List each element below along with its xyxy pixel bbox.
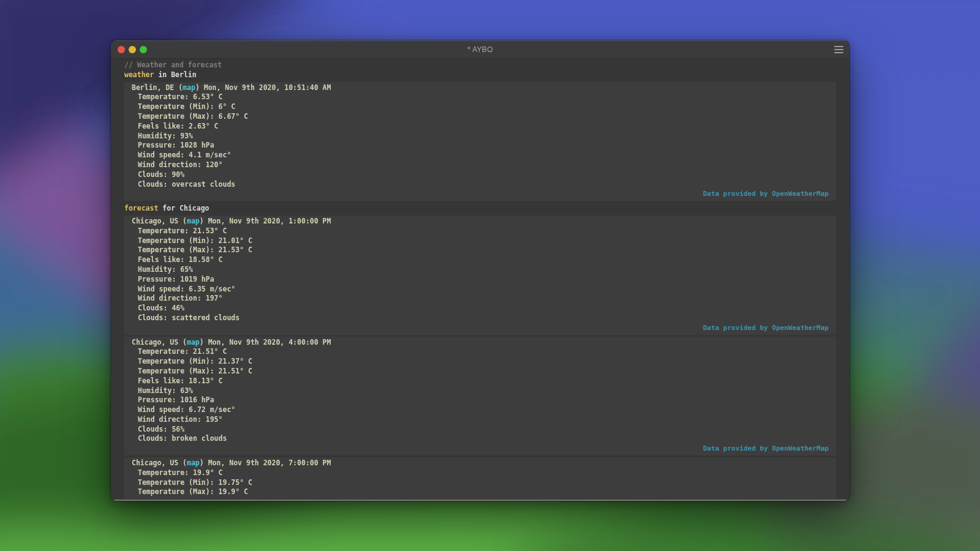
weather-detail-line: Humidity: 65% — [130, 265, 830, 275]
map-link[interactable]: map — [183, 83, 195, 92]
hamburger-menu-icon[interactable] — [834, 46, 843, 53]
location-label: Berlin, DE ( — [132, 83, 183, 92]
command-args: for Chicago — [158, 204, 209, 212]
weather-result-slot: Berlin, DE (map) Mon, Nov 9th 2020, 10:5… — [121, 82, 840, 201]
result-header: Chicago, US (map) Mon, Nov 9th 2020, 4:0… — [130, 338, 830, 348]
weather-details: Temperature: 21.51° CTemperature (Min): … — [130, 347, 830, 444]
result-header: Chicago, US (map) Mon, Nov 9th 2020, 1:0… — [130, 217, 830, 227]
weather-detail-line: Humidity: 93% — [130, 132, 830, 141]
location-label: Chicago, US ( — [132, 338, 187, 347]
datetime-label: ) Mon, Nov 9th 2020, 1:00:00 PM — [200, 217, 331, 225]
command-line-weather: weather in Berlin — [121, 70, 840, 80]
weather-detail-line: Wind speed: 4.1 m/sec° — [130, 151, 830, 160]
weather-detail-line: Pressure: 1028 hPa — [130, 141, 830, 151]
weather-detail-line: Wind speed: 6.35 m/sec° — [130, 285, 830, 294]
weather-detail-line: Pressure: 1016 hPa — [130, 395, 830, 405]
weather-result-block: Chicago, US (map) Mon, Nov 9th 2020, 4:0… — [124, 337, 836, 456]
weather-detail-line: Temperature (Min): 21.37° C — [130, 357, 830, 367]
window-titlebar: * AYBO — [111, 40, 850, 59]
weather-details: Temperature: 19.9° CTemperature (Min): 1… — [130, 468, 830, 497]
map-link[interactable]: map — [187, 459, 200, 467]
weather-detail-line: Temperature: 21.53° C — [130, 227, 830, 236]
weather-details: Temperature: 6.53° CTemperature (Min): 6… — [130, 92, 830, 189]
weather-result-block: Chicago, US (map) Mon, Nov 9th 2020, 7:0… — [124, 457, 836, 499]
weather-detail-line: Feels like: 18.58° C — [130, 255, 830, 265]
weather-detail-line: Temperature (Max): 6.67° C — [130, 112, 830, 122]
close-button[interactable] — [118, 46, 125, 53]
command-args: in Berlin — [154, 70, 196, 79]
comment-line: // Weather and forecast — [121, 61, 840, 70]
result-header: Chicago, US (map) Mon, Nov 9th 2020, 7:0… — [130, 459, 830, 468]
window-title: * AYBO — [111, 45, 850, 54]
result-header: Berlin, DE (map) Mon, Nov 9th 2020, 10:5… — [130, 83, 830, 93]
weather-detail-line: Temperature (Min): 19.75° C — [130, 478, 830, 488]
map-link[interactable]: map — [187, 217, 200, 225]
weather-detail-line: Temperature (Min): 21.01° C — [130, 236, 830, 246]
location-label: Chicago, US ( — [132, 459, 187, 467]
command-line-forecast: forecast for Chicago — [121, 204, 840, 214]
weather-detail-line: Feels like: 18.13° C — [130, 377, 830, 386]
weather-result-block: Berlin, DE (map) Mon, Nov 9th 2020, 10:5… — [124, 82, 836, 201]
datetime-label: ) Mon, Nov 9th 2020, 10:51:40 AM — [195, 83, 331, 92]
weather-detail-line: Temperature (Max): 19.9° C — [130, 487, 830, 497]
provider-credit: Data provided by OpenWeatherMap — [130, 444, 830, 454]
weather-detail-line: Wind direction: 120° — [130, 160, 830, 170]
weather-detail-line: Clouds: overcast clouds — [130, 180, 830, 190]
weather-detail-line: Humidity: 63% — [130, 386, 830, 396]
command-keyword: weather — [124, 70, 154, 79]
minimize-button[interactable] — [129, 46, 136, 53]
weather-detail-line: Feels like: 2.63° C — [130, 122, 830, 132]
weather-detail-line: Temperature: 21.51° C — [130, 347, 830, 357]
weather-result-block: Chicago, US (map) Mon, Nov 9th 2020, 1:0… — [124, 216, 836, 335]
weather-detail-line: Clouds: scattered clouds — [130, 313, 830, 323]
weather-detail-line: Clouds: 56% — [130, 425, 830, 435]
weather-detail-line: Temperature: 19.9° C — [130, 468, 830, 478]
map-link[interactable]: map — [187, 338, 200, 347]
weather-detail-line: Pressure: 1019 hPa — [130, 275, 830, 285]
datetime-label: ) Mon, Nov 9th 2020, 4:00:00 PM — [200, 338, 331, 347]
aybo-app-window: * AYBO // Weather and forecast weather i… — [111, 40, 850, 501]
weather-detail-line: Temperature: 6.53° C — [130, 92, 830, 102]
zoom-button[interactable] — [140, 46, 147, 53]
location-label: Chicago, US ( — [132, 217, 187, 225]
weather-details: Temperature: 21.53° CTemperature (Min): … — [130, 227, 830, 323]
provider-credit: Data provided by OpenWeatherMap — [130, 323, 830, 333]
weather-detail-line: Temperature (Max): 21.53° C — [130, 246, 830, 255]
window-controls — [111, 46, 147, 53]
weather-detail-line: Wind direction: 195° — [130, 415, 830, 425]
weather-detail-line: Temperature (Max): 21.51° C — [130, 367, 830, 377]
datetime-label: ) Mon, Nov 9th 2020, 7:00:00 PM — [200, 459, 331, 467]
weather-detail-line: Wind speed: 6.72 m/sec° — [130, 405, 830, 415]
weather-detail-line: Temperature (Min): 6° C — [130, 102, 830, 112]
weather-detail-line: Wind direction: 197° — [130, 294, 830, 304]
weather-detail-line: Clouds: 46% — [130, 304, 830, 313]
provider-credit: Data provided by OpenWeatherMap — [130, 189, 830, 199]
forecast-results-slot: Chicago, US (map) Mon, Nov 9th 2020, 1:0… — [121, 216, 840, 499]
weather-detail-line: Clouds: 90% — [130, 170, 830, 180]
terminal-content: // Weather and forecast weather in Berli… — [111, 59, 850, 500]
command-keyword: forecast — [124, 204, 158, 212]
weather-detail-line: Clouds: broken clouds — [130, 434, 830, 444]
